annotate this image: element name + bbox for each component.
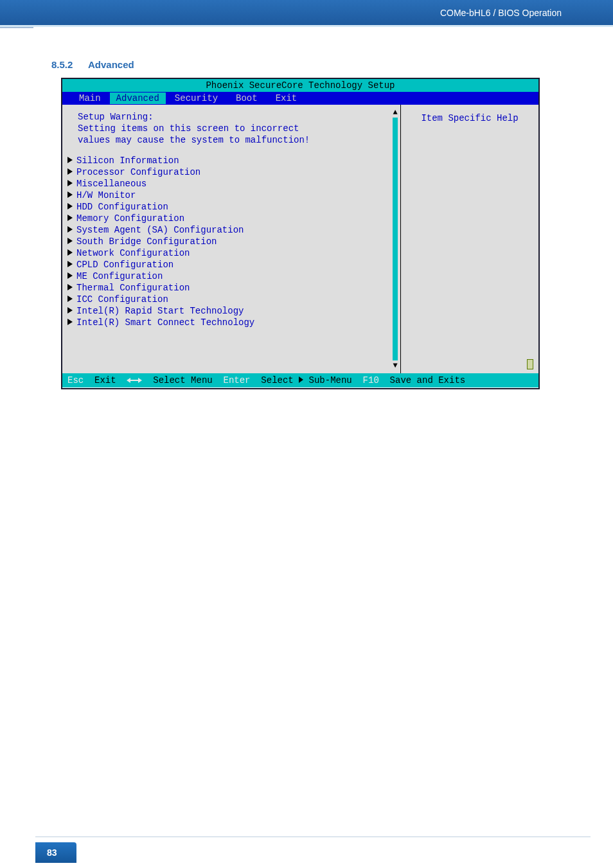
footer-key-esc: Esc [67,375,84,386]
footer-rule [35,837,591,837]
bios-footer: Esc Exit Select Menu Enter Select Sub-Me… [62,373,538,387]
triangle-right-icon [67,296,73,302]
triangle-right-icon [67,284,73,290]
menu-item[interactable]: Miscellaneous [65,178,395,190]
scroll-up-icon[interactable]: ▲ [393,109,397,116]
left-margin [0,0,33,868]
footer-key-enter: Enter [224,375,251,386]
triangle-right-icon [67,180,73,186]
triangle-right-icon [299,376,303,383]
left-right-arrow-icon [127,378,142,383]
bios-tab-main[interactable]: Main [70,93,110,104]
bios-tab-exit[interactable]: Exit [267,93,306,104]
bios-body: Setup Warning: Setting items on this scr… [62,105,538,373]
menu-item[interactable]: ME Configuration [65,270,395,282]
menu-item-label: Processor Configuration [76,167,200,177]
menu-item[interactable]: Intel(R) Smart Connect Technology [65,317,395,328]
page-number: 83 [35,842,76,863]
menu-item[interactable]: South Bridge Configuration [65,236,395,247]
menu-item-label: Intel(R) Smart Connect Technology [76,317,254,328]
warning-line1: Setting items on this screen to incorrec… [78,123,395,134]
menu-item-label: HDD Configuration [76,202,168,212]
menu-item[interactable]: Network Configuration [65,247,395,259]
triangle-right-icon [67,191,73,198]
warning-title: Setup Warning: [78,111,395,123]
menu-item[interactable]: CPLD Configuration [65,259,395,270]
menu-item[interactable]: Thermal Configuration [65,282,395,294]
footer-label-exit: Exit [94,375,116,386]
menu-item[interactable]: System Agent (SA) Configuration [65,224,395,236]
menu-item[interactable]: H/W Monitor [65,190,395,201]
scroll-thumb[interactable] [393,118,398,360]
triangle-right-icon [67,215,73,221]
menu-item[interactable]: HDD Configuration [65,201,395,213]
scroll-down-icon[interactable]: ▼ [393,362,397,369]
menu-item-label: CPLD Configuration [76,260,173,270]
breadcrumb: COMe-bHL6 / BIOS Operation [440,8,562,18]
menu-item[interactable]: Processor Configuration [65,166,395,178]
help-indicator-icon [527,359,533,369]
menu-item-label: ICC Configuration [76,294,168,305]
triangle-right-icon [67,261,73,267]
triangle-right-icon [67,238,73,244]
menu-item-label: Miscellaneous [76,179,147,189]
bios-help-pane: Item Specific Help [401,105,538,373]
footer-key-f10: F10 [363,375,379,386]
triangle-right-icon [67,157,73,163]
bios-menubar: Main Advanced Security Boot Exit [62,92,538,105]
bios-window: Phoenix SecureCore Technology Setup Main… [61,78,540,389]
footer-label-select-submenu: Select Sub-Menu [261,375,351,386]
setup-warning: Setup Warning: Setting items on this scr… [65,110,395,155]
triangle-right-icon [67,168,73,175]
section-title: Advanced [88,59,134,70]
menu-item-label: Memory Configuration [76,213,184,224]
triangle-right-icon [67,203,73,209]
menu-item-label: System Agent (SA) Configuration [76,225,244,235]
footer-label-save-exit: Save and Exits [390,375,466,386]
section-number: 8.5.2 [51,59,73,70]
bios-tab-advanced[interactable]: Advanced [110,93,166,104]
menu-item-label: ME Configuration [76,271,163,281]
triangle-right-icon [67,319,73,325]
triangle-right-icon [67,249,73,256]
footer-label-select-menu: Select Menu [153,375,212,386]
section-heading: 8.5.2 Advanced [51,59,134,70]
scrollbar[interactable]: ▲ ▼ [392,109,398,369]
warning-line2: values may cause the system to malfuncti… [78,134,395,146]
triangle-right-icon [67,272,73,279]
menu-item-label: Thermal Configuration [76,283,190,293]
triangle-right-icon [67,307,73,314]
triangle-right-icon [67,226,73,233]
menu-item[interactable]: Silicon Information [65,155,395,166]
menu-item[interactable]: Memory Configuration [65,213,395,224]
menu-item[interactable]: Intel(R) Rapid Start Technology [65,305,395,317]
menu-item-label: Silicon Information [76,155,179,166]
menu-item-label: H/W Monitor [76,190,136,200]
bios-tab-security[interactable]: Security [166,93,227,104]
bios-tab-boot[interactable]: Boot [227,93,267,104]
menu-item-label: South Bridge Configuration [76,236,217,247]
bios-titlebar: Phoenix SecureCore Technology Setup [62,79,538,92]
menu-item-label: Network Configuration [76,248,190,258]
bios-content: Setup Warning: Setting items on this scr… [62,105,401,373]
menu-item-label: Intel(R) Rapid Start Technology [76,306,244,316]
menu-item[interactable]: ICC Configuration [65,294,395,305]
help-title: Item Specific Help [406,112,533,124]
